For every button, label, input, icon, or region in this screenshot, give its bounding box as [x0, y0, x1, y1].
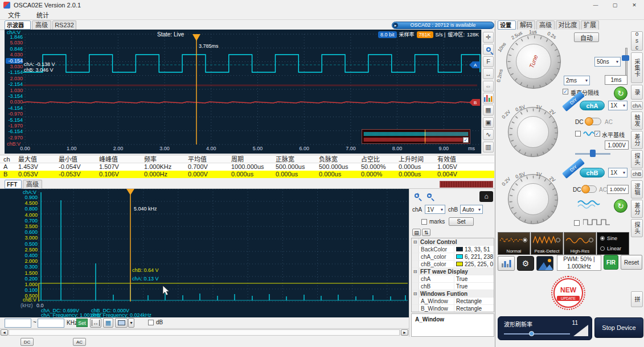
grid-icon[interactable]: ▦	[483, 105, 494, 115]
property-group[interactable]: ⊟Color Control	[412, 238, 494, 246]
overview-checkbox[interactable]: ✓	[463, 137, 469, 143]
spectrum-icon[interactable]	[483, 93, 494, 104]
tab-rs232[interactable]: RS232	[52, 20, 76, 30]
cha-wave-checkbox[interactable]	[575, 131, 581, 137]
stop-device-button[interactable]: Stop Device	[594, 317, 643, 338]
menu-stats[interactable]: 统计	[36, 10, 49, 19]
refresh-rate-slider-handle[interactable]	[529, 331, 534, 336]
save-icon[interactable]: ▣	[483, 117, 494, 128]
refresh-rate-slider-track[interactable]	[504, 333, 570, 334]
timebase-select[interactable]: 50ns▾	[594, 57, 621, 67]
strip-item-6[interactable]: 探头	[631, 150, 643, 168]
strip-item-8[interactable]: 逻辑	[631, 180, 643, 199]
acquisition-mode-high-res[interactable]: High-Res	[564, 232, 596, 255]
chb-autoset-button[interactable]: ↻	[614, 199, 627, 213]
fft-grid-button[interactable]: ▦	[103, 318, 113, 328]
chb-coupling-toggle[interactable]	[582, 185, 597, 193]
snapshot-button[interactable]	[536, 256, 553, 271]
strip-item-11[interactable]: 拼	[631, 291, 643, 307]
strip-item-0[interactable]: osc	[631, 31, 643, 51]
fft-chb-scale-select[interactable]: Auto▾	[460, 205, 483, 214]
property-row[interactable]: chATrue	[412, 275, 494, 283]
measurement-row[interactable]: B0.053V-0.053V0.106V0.000Hz0.000V0.000us…	[0, 171, 494, 178]
cha-gain-select[interactable]: 1X▾	[608, 101, 627, 110]
overview-cursor[interactable]	[425, 130, 425, 143]
acquisition-mode-normal[interactable]: Normal	[498, 232, 530, 255]
scroll-left-button[interactable]: ◄	[1, 329, 8, 336]
mode-radio[interactable]	[556, 238, 560, 242]
grid-sort-button[interactable]: ⇅	[422, 229, 430, 236]
fir-button[interactable]: FIR	[604, 255, 618, 270]
property-row[interactable]: chBTrue	[412, 283, 494, 290]
h-expand-icon[interactable]: ↔	[483, 68, 494, 79]
chb-square-checkbox[interactable]	[574, 220, 580, 226]
timebase-autoset-button[interactable]: ↻	[614, 86, 627, 100]
range-set-button[interactable]: Set	[76, 319, 88, 327]
cha-baseline-checkbox[interactable]: ✓	[594, 131, 600, 137]
maximize-button[interactable]: ▢	[605, 1, 625, 10]
mode-radio[interactable]	[523, 238, 527, 242]
reset-button[interactable]: Reset	[621, 255, 642, 270]
timebase-slider-track[interactable]	[625, 48, 627, 79]
chb-button[interactable]: chB	[580, 168, 605, 177]
property-row[interactable]: BackColor13, 33, 51	[412, 246, 494, 253]
mode-radio[interactable]	[589, 238, 593, 242]
strip-item-7[interactable]: chB	[631, 170, 643, 178]
strip-item-10[interactable]: 探头	[631, 219, 643, 237]
timebase-slider-handle[interactable]	[622, 55, 629, 61]
property-row[interactable]: chB_color225, 225, 0	[412, 261, 494, 268]
auto-button[interactable]: 自动	[574, 32, 599, 42]
measurement-row[interactable]: A1.453V-0.054V1.507V1.000KHz0.700V1000.0…	[0, 163, 494, 171]
strip-item-9[interactable]: 差分	[631, 200, 643, 218]
property-row[interactable]: chA_color6, 221, 238	[412, 253, 494, 261]
mini-ac-panel[interactable]: AC	[73, 338, 86, 346]
sine-radio[interactable]	[600, 236, 605, 241]
vertical-divider-checkbox[interactable]: ✓	[563, 89, 568, 94]
comb-icon[interactable]: ▥	[483, 142, 494, 152]
strip-item-3[interactable]: chA	[631, 101, 643, 110]
wave-screen-icon[interactable]: ∿	[483, 129, 494, 140]
fft-set-button[interactable]: Set	[449, 217, 474, 226]
pan-icon[interactable]: ✛	[483, 32, 494, 43]
cha-button[interactable]: chA	[580, 101, 605, 110]
scroll-thumb[interactable]	[9, 329, 400, 336]
property-group[interactable]: ⊟FFT wave Display	[412, 268, 494, 275]
fft-zoom-out-button[interactable]: −	[427, 192, 437, 203]
strip-item-4[interactable]: 触发	[631, 111, 643, 130]
db-checkbox[interactable]	[148, 320, 154, 325]
buffer-overview-window[interactable]: ✓	[362, 129, 470, 144]
strip-item-1[interactable]: 采集卡	[631, 52, 643, 83]
range-max-input[interactable]	[38, 319, 64, 328]
cha-coupling-toggle[interactable]	[585, 118, 601, 125]
property-row[interactable]: B_WindowRectangle	[412, 305, 494, 312]
tab-fft-advanced[interactable]: 高级	[23, 180, 42, 189]
property-row[interactable]: A_WindowRectangle	[412, 298, 494, 305]
grid-categorized-button[interactable]: ▤	[412, 229, 421, 236]
h-measure-button[interactable]: ↔	[90, 318, 101, 328]
tab-fft[interactable]: FFT	[5, 180, 22, 189]
acquisition-mode-peak-detect[interactable]: Peak-Detect	[531, 232, 563, 255]
chb-gain-select[interactable]: 1X▾	[608, 168, 627, 177]
marks-checkbox[interactable]	[421, 219, 427, 225]
strip-item-2[interactable]: 录	[631, 85, 643, 100]
mini-dc-panel[interactable]: DC	[20, 338, 34, 346]
range-min-input[interactable]	[5, 319, 31, 328]
settings-tab-1[interactable]: 解码	[517, 20, 535, 30]
minimize-button[interactable]: —	[586, 1, 605, 10]
timebase-select-2[interactable]: 2ms▾	[564, 76, 590, 85]
settings-tab-0[interactable]: 设置	[498, 20, 516, 30]
scroll-right-button[interactable]: ►	[401, 329, 408, 336]
tab-advanced[interactable]: 高级	[32, 20, 51, 30]
settings-tab-4[interactable]: 扩展	[581, 20, 599, 30]
histogram-button[interactable]	[498, 256, 515, 271]
fft-waveform-canvas[interactable]	[0, 189, 409, 317]
fullscale-icon[interactable]: F	[483, 56, 494, 67]
scope-cursor-label[interactable]: 3.785ms	[199, 43, 219, 49]
property-group[interactable]: ⊟Windows Funtion	[412, 290, 494, 298]
fft-cursor-label[interactable]: 5.040 kHz	[134, 206, 157, 212]
menu-file[interactable]: 文件	[8, 10, 20, 19]
settings-tab-2[interactable]: 高级	[536, 20, 555, 30]
device-status-pill[interactable]: ▸ OSCA02 : 20712 is available	[392, 22, 494, 29]
settings-tab-3[interactable]: 对比度	[556, 20, 580, 30]
settings-gear-button[interactable]: ⚙	[517, 256, 534, 271]
